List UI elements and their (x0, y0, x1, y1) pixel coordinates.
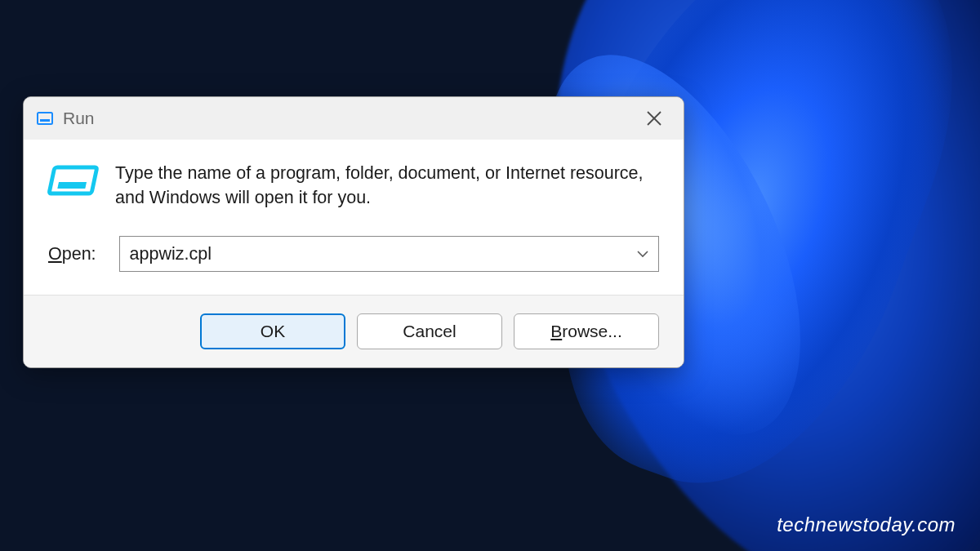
svg-rect-5 (57, 182, 87, 189)
run-large-icon (44, 164, 100, 200)
watermark-text: technewstoday.com (777, 513, 956, 536)
titlebar-title: Run (63, 109, 95, 128)
svg-rect-4 (49, 167, 97, 193)
run-titlebar-icon (35, 109, 55, 128)
close-button[interactable] (625, 97, 684, 140)
dialog-description: Type the name of a program, folder, docu… (115, 161, 659, 210)
browse-button[interactable]: Browse... (514, 313, 659, 349)
open-combobox[interactable] (119, 236, 659, 272)
button-bar: OK Cancel Browse... (24, 295, 684, 367)
dialog-body: Type the name of a program, folder, docu… (24, 140, 684, 295)
svg-rect-0 (38, 113, 52, 124)
ok-button[interactable]: OK (200, 313, 345, 349)
open-label: Open: (48, 244, 96, 264)
titlebar[interactable]: Run (24, 97, 684, 140)
run-dialog: Run Type the name of a program, folder, … (23, 96, 684, 368)
svg-rect-1 (40, 119, 50, 122)
cancel-button[interactable]: Cancel (357, 313, 502, 349)
close-icon (646, 110, 662, 127)
open-input[interactable] (119, 236, 659, 272)
